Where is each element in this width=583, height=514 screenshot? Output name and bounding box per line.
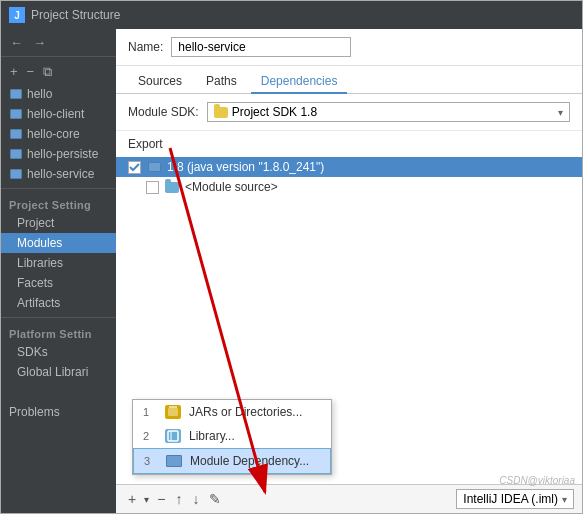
sidebar: ← → + − ⧉ hello hello-client (1, 29, 116, 513)
module-item-hello-persistence[interactable]: hello-persiste (1, 144, 116, 164)
module-item-hello-client[interactable]: hello-client (1, 104, 116, 124)
sdk-dropdown-arrow: ▾ (558, 107, 563, 118)
module-item-hello[interactable]: hello (1, 84, 116, 104)
dep-source-label: <Module source> (185, 180, 278, 194)
sidebar-item-facets[interactable]: Facets (1, 273, 116, 293)
svg-rect-1 (168, 408, 178, 416)
sdk-label: Module SDK: (128, 105, 199, 119)
add-module-button[interactable]: + (7, 63, 21, 80)
sdk-select-text: Project SDK 1.8 (214, 105, 317, 119)
platform-settings-header: Platform Settin (1, 322, 116, 342)
right-panel: Name: Sources Paths Dependencies Module … (116, 29, 582, 513)
dep-item-module-source[interactable]: <Module source> (116, 177, 582, 197)
iml-select[interactable]: IntelliJ IDEA (.iml) ▾ (456, 489, 574, 509)
window-title: Project Structure (31, 8, 120, 22)
dep-jdk-label: 1.8 (java version "1.8.0_241") (167, 160, 324, 174)
module-icon (9, 167, 23, 181)
module-icon (9, 147, 23, 161)
dep-item-jdk[interactable]: 1.8 (java version "1.8.0_241") (116, 157, 582, 177)
sdk-row: Module SDK: Project SDK 1.8 ▾ (116, 94, 582, 131)
title-bar: J Project Structure (1, 1, 582, 29)
sidebar-item-sdks[interactable]: SDKs (1, 342, 116, 362)
sidebar-item-global-libraries[interactable]: Global Librari (1, 362, 116, 382)
remove-dep-button[interactable]: − (153, 489, 169, 509)
module-icon (9, 87, 23, 101)
watermark: CSDN@viktoriaa (499, 475, 575, 486)
menu-item-library[interactable]: 2 Library... (133, 424, 331, 448)
sidebar-toolbar: ← → (1, 29, 116, 57)
name-row: Name: (116, 29, 582, 66)
project-structure-window: J Project Structure ← → + − ⧉ (0, 0, 583, 514)
nav-forward-button[interactable]: → (30, 34, 49, 51)
dropdown-menu: 1 JARs or Directories... 2 (132, 399, 332, 475)
project-settings-header: Project Setting (1, 193, 116, 213)
library-icon (165, 429, 181, 443)
move-down-button[interactable]: ↓ (188, 489, 203, 509)
dep-checkbox[interactable] (128, 161, 141, 174)
module-name-input[interactable] (171, 37, 351, 57)
jar-icon (165, 405, 181, 419)
name-label: Name: (128, 40, 163, 54)
tab-dependencies[interactable]: Dependencies (251, 70, 348, 94)
sidebar-item-artifacts[interactable]: Artifacts (1, 293, 116, 313)
sidebar-item-project[interactable]: Project (1, 213, 116, 233)
sidebar-item-libraries[interactable]: Libraries (1, 253, 116, 273)
tabs-row: Sources Paths Dependencies (116, 66, 582, 94)
sidebar-item-problems[interactable]: Problems (1, 402, 116, 422)
remove-module-button[interactable]: − (24, 63, 38, 80)
section-header: Export (116, 131, 582, 157)
sdk-select[interactable]: Project SDK 1.8 ▾ (207, 102, 570, 122)
add-dep-button[interactable]: + (124, 489, 140, 509)
move-up-button[interactable]: ↑ (171, 489, 186, 509)
main-content: ← → + − ⧉ hello hello-client (1, 29, 582, 513)
folder-icon (214, 107, 228, 118)
app-icon: J (9, 7, 25, 23)
module-icon (9, 127, 23, 141)
module-dep-icon (166, 455, 182, 467)
module-item-hello-core[interactable]: hello-core (1, 124, 116, 144)
nav-back-button[interactable]: ← (7, 34, 26, 51)
svg-rect-2 (168, 431, 178, 441)
tab-paths[interactable]: Paths (196, 70, 247, 94)
copy-module-button[interactable]: ⧉ (40, 63, 55, 80)
dropdown-arrow[interactable]: ▾ (142, 492, 151, 507)
tab-sources[interactable]: Sources (128, 70, 192, 94)
module-item-hello-service[interactable]: hello-service (1, 164, 116, 184)
sidebar-item-modules[interactable]: Modules (1, 233, 116, 253)
iml-dropdown-arrow: ▾ (562, 494, 567, 505)
svg-rect-0 (169, 406, 177, 408)
menu-item-module-dep[interactable]: 3 Module Dependency... (133, 448, 331, 474)
bottom-dep-toolbar: + ▾ − ↑ ↓ ✎ 1 (124, 489, 452, 509)
module-icon (9, 107, 23, 121)
dep-jdk-icon (147, 161, 161, 173)
edit-button[interactable]: ✎ (205, 489, 225, 509)
dep-source-checkbox[interactable] (146, 181, 159, 194)
menu-item-jar[interactable]: 1 JARs or Directories... (133, 400, 331, 424)
folder-icon (165, 182, 179, 193)
